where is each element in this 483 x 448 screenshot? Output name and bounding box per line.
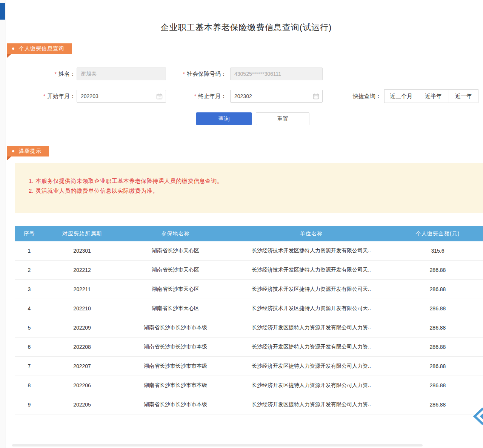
table-cell: 长沙经济开发区捷特人力资源开发有限公司人力资.. [230,357,392,376]
required-asterisk: * [194,93,196,99]
table-row: 2202212湖南省长沙市天心区长沙经济技术开发区捷特人力资源开发有限公司天..… [15,261,483,280]
table-cell: 202212 [43,261,121,280]
notice-box: 1. 本服务仅提供尚未领取企业职工基本养老保险待遇人员的缴费信息查询。 2. 灵… [15,163,483,213]
quick-query-label: 快捷查询： [349,90,381,103]
table-cell: 5 [15,318,43,338]
name-field [77,68,166,80]
table-cell: 202206 [43,376,121,395]
table-cell: 长沙经济技术开发区捷特人力资源开发有限公司天.. [230,261,392,280]
calendar-icon[interactable] [313,93,319,100]
table-cell: 湖南省长沙市天心区 [121,261,230,280]
table-cell: 202211 [43,280,121,299]
table-cell: 286.88 [392,280,483,299]
required-asterisk: * [55,71,57,77]
table-cell: 202210 [43,299,121,318]
table-row: 9202205湖南省长沙市长沙市市本级长沙经济开发区捷特人力资源开发有限公司人力… [15,395,483,414]
calendar-icon[interactable] [156,93,163,100]
ssn-field [230,68,323,80]
table-cell: 长沙经济开发区捷特人力资源开发有限公司人力资.. [230,395,392,414]
table-body: 1202301湖南省长沙市天心区长沙经济技术开发区捷特人力资源开发有限公司天..… [15,241,483,414]
section-badge-tips-label: 温馨提示 [19,148,42,155]
section-badge-query-label: 个人缴费信息查询 [19,45,64,52]
table-cell: 湖南省长沙市天心区 [121,241,230,261]
end-date-field[interactable] [230,90,323,103]
table-cell: 1 [15,241,43,261]
table-cell: 3 [15,280,43,299]
col-header-period: 对应费款所属期 [43,226,121,241]
table-cell: 202207 [43,357,121,376]
ssn-label: *社会保障号码： [174,68,226,80]
results-table: 序号 对应费款所属期 参保地名称 单位名称 个人缴费金额(元) 1202301湖… [15,226,483,414]
name-label: *姓名： [23,68,75,80]
table-cell: 湖南省长沙市长沙市市本级 [121,357,230,376]
required-asterisk: * [183,71,185,77]
name-input [77,68,166,80]
table-header-row: 序号 对应费款所属期 参保地名称 单位名称 个人缴费金额(元) [15,226,483,241]
quick-btn-year[interactable]: 近一年 [449,89,478,103]
quick-btn-halfyear[interactable]: 近半年 [418,89,449,103]
reset-button[interactable]: 重置 [256,112,309,125]
table-row: 1202301湖南省长沙市天心区长沙经济技术开发区捷特人力资源开发有限公司天..… [15,241,483,261]
bottom-scrollbar-shadow [12,444,423,446]
table-cell: 湖南省长沙市长沙市市本级 [121,395,230,414]
required-asterisk: * [43,93,45,99]
table-cell: 202208 [43,338,121,357]
table-cell: 286.88 [392,318,483,338]
end-date-input[interactable] [231,90,322,102]
table-cell: 长沙经济技术开发区捷特人力资源开发有限公司天.. [230,241,392,261]
table-cell: 9 [15,395,43,414]
table-cell: 286.88 [392,395,483,414]
start-date-label: *开始年月： [23,90,75,103]
table-cell: 286.88 [392,338,483,357]
table-cell: 湖南省长沙市长沙市市本级 [121,376,230,395]
table-cell: 286.88 [392,261,483,280]
table-row: 6202208湖南省长沙市长沙市市本级长沙经济开发区捷特人力资源开发有限公司人力… [15,338,483,357]
table-cell: 202301 [43,241,121,261]
table-cell: 长沙经济开发区捷特人力资源开发有限公司人力资.. [230,376,392,395]
badge-fold-decoration [7,54,11,58]
table-cell: 长沙经济开发区捷特人力资源开发有限公司人力资.. [230,338,392,357]
table-cell: 湖南省长沙市长沙市市本级 [121,318,230,338]
page: 企业职工基本养老保险缴费信息查询(试运行) 个人缴费信息查询 *姓名： *社会保… [0,0,483,448]
section-badge-tips: 温馨提示 [7,146,49,156]
table-row: 5202209湖南省长沙市长沙市市本级长沙经济开发区捷特人力资源开发有限公司人力… [15,318,483,338]
col-header-index: 序号 [15,226,43,241]
table-cell: 湖南省长沙市天心区 [121,299,230,318]
table-row: 3202211湖南省长沙市天心区长沙经济技术开发区捷特人力资源开发有限公司天..… [15,280,483,299]
table-cell: 202209 [43,318,121,338]
end-date-label: *终止年月： [174,90,226,103]
badge-fold-decoration [7,156,11,161]
table-cell: 长沙经济技术开发区捷特人力资源开发有限公司天.. [230,280,392,299]
collapsed-sidebar [0,0,6,448]
table-cell: 湖南省长沙市长沙市市本级 [121,338,230,357]
table-cell: 286.88 [392,376,483,395]
start-date-field[interactable] [77,90,166,103]
quick-btn-3months[interactable]: 近三个月 [384,89,418,103]
start-date-input[interactable] [77,90,166,102]
table-cell: 7 [15,357,43,376]
query-button[interactable]: 查询 [196,112,252,125]
table-cell: 长沙经济开发区捷特人力资源开发有限公司人力资.. [230,318,392,338]
table-cell: 湖南省长沙市天心区 [121,280,230,299]
table-row: 8202206湖南省长沙市长沙市市本级长沙经济开发区捷特人力资源开发有限公司人力… [15,376,483,395]
table-cell: 315.6 [392,241,483,261]
table-row: 4202210湖南省长沙市天心区长沙经济技术开发区捷特人力资源开发有限公司天..… [15,299,483,318]
notice-line: 1. 本服务仅提供尚未领取企业职工基本养老保险待遇人员的缴费信息查询。 [29,176,223,186]
table-cell: 2 [15,261,43,280]
double-chevron-left-icon[interactable] [472,407,483,425]
table-cell: 286.88 [392,357,483,376]
col-header-location: 参保地名称 [121,226,230,241]
table-cell: 202205 [43,395,121,414]
sidebar-blue-tab[interactable] [0,3,5,20]
table-cell: 6 [15,338,43,357]
page-title: 企业职工基本养老保险缴费信息查询(试运行) [9,22,483,33]
bullet-icon [12,48,14,50]
notice-line: 2. 灵活就业人员的缴费单位信息以实际缴费为准。 [29,186,223,196]
table-cell: 长沙经济技术开发区捷特人力资源开发有限公司天.. [230,299,392,318]
col-header-unit: 单位名称 [230,226,392,241]
table-row: 7202207湖南省长沙市长沙市市本级长沙经济开发区捷特人力资源开发有限公司人力… [15,357,483,376]
table-cell: 4 [15,299,43,318]
table-cell: 8 [15,376,43,395]
section-badge-query: 个人缴费信息查询 [7,43,72,54]
col-header-amount: 个人缴费金额(元) [392,226,483,241]
